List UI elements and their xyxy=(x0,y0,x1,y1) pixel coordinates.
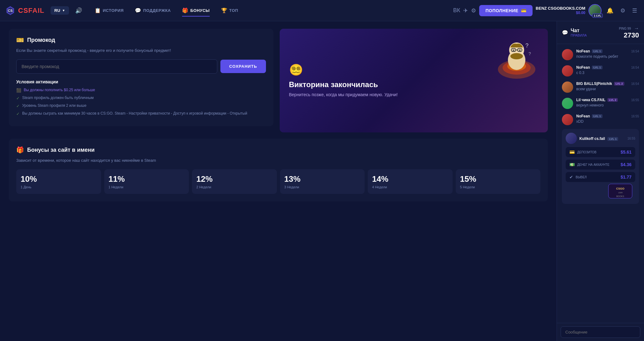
bonus-label-2: 1 Недели xyxy=(109,185,185,189)
bonus-percent-2: 11% xyxy=(109,174,185,184)
quiz-title: Викторина закончилась xyxy=(289,80,378,89)
sound-button[interactable]: 🔊 xyxy=(73,5,85,17)
msg-name-2: NoFean xyxy=(576,65,590,70)
promo-title-area: 🎫 Промокод xyxy=(16,36,266,44)
vk-icon[interactable]: ВК xyxy=(453,7,460,14)
chat-icon: 💬 xyxy=(562,30,568,36)
save-button[interactable]: СОХРАНИТЬ xyxy=(220,60,266,73)
discord-icon[interactable]: ⚙ xyxy=(471,7,476,14)
promo-input[interactable] xyxy=(16,59,217,74)
user-name: BENZ CSGOBOOKS.COM xyxy=(536,6,585,11)
bonus-tile-5: 14% 4 Недели xyxy=(368,169,453,194)
msg-avatar-1 xyxy=(562,49,573,60)
avatar-wrap[interactable]: 1 LVL xyxy=(588,4,602,17)
chevron-down-icon: ▼ xyxy=(62,9,65,12)
chat-title-area: 💬 Чат ПРАВИЛА xyxy=(562,28,587,37)
bell-icon: 🔔 xyxy=(607,7,613,14)
settings-button[interactable]: ⚙ xyxy=(618,5,627,16)
svg-text:CS: CS xyxy=(8,9,12,12)
withdrawn-label: ВЫВЕЛ xyxy=(576,175,618,179)
bonus-tile-2: 11% 1 Недели xyxy=(104,169,189,194)
bonuses-section-title: Бонусы за сайт в имени xyxy=(27,147,95,153)
svg-text:.com: .com xyxy=(618,191,622,194)
bonus-percent-5: 14% xyxy=(372,174,448,184)
msg-name-1: NoFean xyxy=(576,49,590,53)
nav-label: ПОДДЕРЖКА xyxy=(143,8,171,13)
svg-text:BOOKS: BOOKS xyxy=(617,195,624,197)
bonus-tile-6: 15% 5 Недели xyxy=(456,169,541,194)
nav-bonuses[interactable]: 🎁 БОНУСЫ xyxy=(177,5,215,16)
menu-button[interactable]: ☰ xyxy=(630,5,639,16)
nav-label: ТОП xyxy=(229,8,238,13)
msg-time-5: 16:55 xyxy=(631,115,639,118)
msg-header-4: Lil чика CS.FAIL LVL 2 16:55 xyxy=(576,98,639,102)
csgobooks-logo: CSGO .com BOOKS xyxy=(608,183,633,199)
promo-title: Промокод xyxy=(27,37,55,43)
telegram-icon[interactable]: ✈ xyxy=(463,7,468,14)
kulikoff-name: Kulikoff cs.fail xyxy=(579,136,605,141)
msg-time-1: 16:54 xyxy=(631,50,639,53)
notification-button[interactable]: 🔔 xyxy=(605,5,615,16)
money-value: $4.36 xyxy=(621,162,632,167)
msg-lvl-1: LVL 1 xyxy=(592,49,602,53)
promo-description: Если Вы знаете секретный промокод - введ… xyxy=(16,47,266,54)
msg-lvl-5: LVL 1 xyxy=(592,114,602,118)
chat-sidebar: 💬 Чат ПРАВИЛА PING 99 → 2730 xyxy=(557,21,644,341)
site-bonuses-section: 🎁 Бонусы за сайт в имени Зависит от врем… xyxy=(9,139,548,201)
online-count: 2730 xyxy=(619,31,639,39)
msg-header-5: NoFean LVL 1 16:55 xyxy=(576,114,639,118)
condition-icon-2: ✓ xyxy=(16,96,20,101)
nav-history[interactable]: 📋 ИСТОРИЯ xyxy=(90,5,129,16)
bonus-percent-1: 10% xyxy=(21,174,97,184)
condition-text-2: Steam профиль должен быть публичным xyxy=(22,95,94,101)
top-row: 🎫 Промокод Если Вы знаете секретный пром… xyxy=(9,29,548,132)
msg-avatar-4 xyxy=(562,98,573,109)
chat-header: 💬 Чат ПРАВИЛА PING 99 → 2730 xyxy=(557,21,644,44)
bonus-tile-3: 12% 2 Недели xyxy=(192,169,277,194)
msg-text-3: всем удачи xyxy=(576,86,639,92)
msg-name-3: BIG BALLS|Pintchik xyxy=(576,82,612,86)
msg-content-1: NoFean LVL 1 16:54 помогите поднять ребя… xyxy=(576,49,639,59)
gear-icon: ⚙ xyxy=(620,7,625,14)
chat-rules[interactable]: ПРАВИЛА xyxy=(571,33,587,37)
bonus-tile-4: 13% 3 Недели xyxy=(280,169,365,194)
kulikoff-lvl: LVL 1 xyxy=(607,137,618,141)
condition-item-3: ✓ Уровень Steam профиля 2 или выше xyxy=(16,103,266,109)
condition-icon-1: ⬛ xyxy=(16,88,21,93)
bonus-percent-6: 15% xyxy=(460,174,536,184)
kulikoff-avatar xyxy=(566,133,577,144)
msg-content-4: Lil чика CS.FAIL LVL 2 16:55 вернул немн… xyxy=(576,98,639,108)
deposit-button[interactable]: ПОПОЛНЕНИЕ 💳 xyxy=(479,5,533,16)
user-area: BENZ CSGOBOOKS.COM $0.00 1 LVL 🔔 ⚙ ☰ xyxy=(536,4,639,17)
condition-icon-3: ✓ xyxy=(16,103,20,109)
withdrawn-icon: ✔ xyxy=(569,175,573,180)
promo-input-row: СОХРАНИТЬ xyxy=(16,59,266,74)
kulikoff-header: Kulikoff cs.fail LVL 1 16:55 xyxy=(566,133,635,144)
chat-input[interactable] xyxy=(561,326,640,338)
msg-time-3: 16:54 xyxy=(631,82,639,86)
deposit-icon: 💳 xyxy=(521,8,527,13)
top-icon: 🏆 xyxy=(221,7,228,13)
csgobooks-banner: CSGO .com BOOKS xyxy=(566,183,635,200)
nav-top[interactable]: 🏆 ТОП xyxy=(216,5,243,16)
chat-online-area: PING 99 → 2730 xyxy=(619,26,639,39)
nav-support[interactable]: 💬 ПОДДЕРЖКА xyxy=(130,5,176,16)
chat-input-area xyxy=(557,323,644,341)
msg-header-3: BIG BALLS|Pintchik LVL 2 16:54 xyxy=(576,82,639,86)
msg-name-5: NoFean xyxy=(576,114,590,118)
bonus-label-5: 4 Недели xyxy=(372,185,448,189)
lang-button[interactable]: RU ▼ xyxy=(51,6,69,15)
quiz-character: ? ? xyxy=(492,32,542,82)
quiz-icon: 😵‍💫 xyxy=(289,63,303,77)
bonus-label-3: 2 Недели xyxy=(196,185,273,189)
menu-icon: ☰ xyxy=(632,7,637,14)
chat-title: Чат xyxy=(571,28,587,33)
msg-name-4: Lil чика CS.FAIL xyxy=(576,98,606,102)
bonuses-title-area: 🎁 Бонусы за сайт в имени xyxy=(16,146,540,154)
chat-message-1: NoFean LVL 1 16:54 помогите поднять ребя… xyxy=(557,47,644,63)
quiz-banner: 😵‍💫 Викторина закончилась Вернитесь позж… xyxy=(280,29,548,132)
social-icons: ВК ✈ ⚙ xyxy=(453,7,476,14)
msg-lvl-2: LVL 1 xyxy=(592,66,602,69)
chat-arrow[interactable]: → xyxy=(634,26,639,31)
bonus-label-4: 3 Недели xyxy=(284,185,361,189)
